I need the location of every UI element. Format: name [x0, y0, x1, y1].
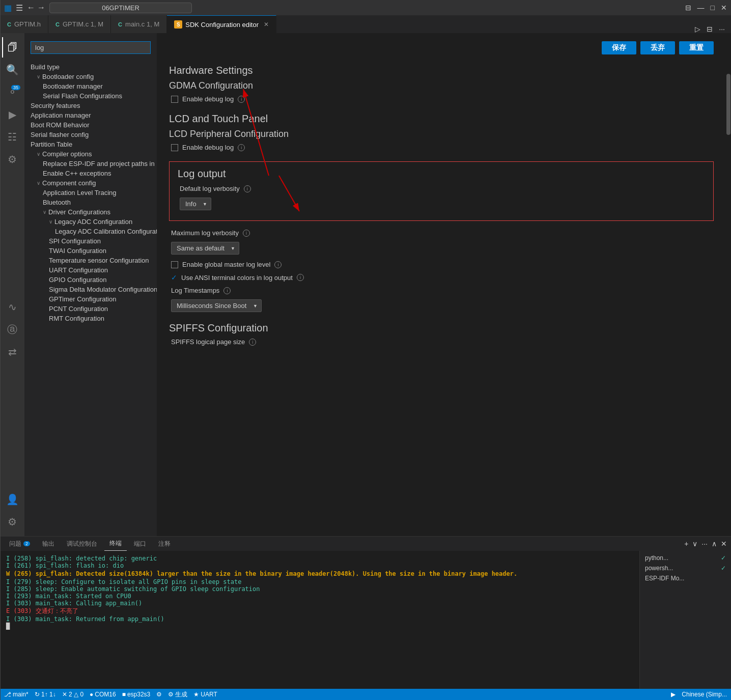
app-tracing-label: Application Level Tracing	[43, 189, 117, 197]
panel-tab-problems[interactable]: 问题 2	[4, 537, 35, 551]
sidebar-item-partition-table[interactable]: Partition Table	[24, 139, 157, 149]
sidebar-item-driver-configs[interactable]: ∨ Driver Configurations	[24, 207, 157, 217]
panel-add-button[interactable]: +	[684, 540, 688, 548]
gdma-debug-checkbox[interactable]	[171, 96, 178, 103]
verbosity-dropdown[interactable]: Info	[180, 198, 211, 210]
back-button[interactable]: ←	[27, 3, 35, 12]
sidebar-item-gpio[interactable]: GPIO Configuration	[24, 275, 157, 285]
sidebar-item-boot-rom[interactable]: Boot ROM Behavior	[24, 120, 157, 130]
sidebar-item-app-tracing[interactable]: Application Level Tracing	[24, 188, 157, 198]
activity-run[interactable]: ▶	[2, 104, 22, 125]
panel-tab-debug-console[interactable]: 调试控制台	[62, 537, 102, 551]
sidebar-item-rmt[interactable]: RMT Configuration	[24, 314, 157, 323]
max-verbosity-dropdown[interactable]: Same as default	[171, 242, 239, 255]
sidebar-item-security[interactable]: Security features	[24, 101, 157, 110]
panel-tab-terminal[interactable]: 终端	[104, 537, 127, 551]
sidebar-item-twai[interactable]: TWAI Configuration	[24, 246, 157, 256]
gdma-info-icon[interactable]: i	[238, 96, 245, 103]
ansi-info[interactable]: i	[297, 274, 304, 281]
sidebar-item-cpp-exceptions[interactable]: Enable C++ exceptions	[24, 169, 157, 178]
split-editor-icon[interactable]: ⊟	[707, 25, 713, 33]
sidebar-item-uart[interactable]: UART Configuration	[24, 265, 157, 275]
panel-tab-ports[interactable]: 端口	[129, 537, 151, 551]
forward-button[interactable]: →	[37, 3, 45, 12]
sidebar-item-serial-flasher[interactable]: Serial flasher config	[24, 130, 157, 139]
sidebar-item-bootloader-manager[interactable]: Bootloader manager	[24, 81, 157, 91]
close-button[interactable]: ✕	[721, 4, 727, 12]
reset-button[interactable]: 重置	[679, 41, 714, 54]
menu-icon[interactable]: ☰	[16, 3, 23, 13]
sidebar-item-bootloader-config[interactable]: ∨ Bootloader config	[24, 72, 157, 81]
run-icon[interactable]: ▷	[695, 25, 700, 33]
sidebar-item-replace-paths[interactable]: Replace ESP-IDF and project paths in bin…	[24, 159, 157, 169]
global-master-info[interactable]: i	[274, 261, 282, 268]
sidebar-item-component-config[interactable]: ∨ Component config	[24, 178, 157, 188]
status-sync[interactable]: ↻ 1↑ 1↓	[35, 691, 56, 698]
panel-tab-comments[interactable]: 注释	[153, 537, 176, 551]
panel-chevron-button[interactable]: ∨	[692, 540, 697, 548]
discard-button[interactable]: 丢弃	[640, 41, 675, 54]
spiffs-info[interactable]: i	[249, 339, 256, 346]
search-bar[interactable]	[49, 3, 192, 13]
panel-more-button[interactable]: ···	[701, 540, 708, 548]
scrollbar-thumb[interactable]	[726, 74, 730, 135]
status-errors[interactable]: ✕ 2 △ 0	[62, 691, 83, 698]
status-port[interactable]: ● COM16	[90, 691, 116, 698]
terminal-item-espidf[interactable]: ESP-IDF Mo...	[642, 573, 729, 583]
tab-sdk-editor[interactable]: S SDK Configuration editor ✕	[167, 15, 276, 33]
panel-up-button[interactable]: ∧	[712, 540, 717, 548]
activity-source-control[interactable]: ⚬ 35	[2, 82, 22, 102]
terminal-item-powershell[interactable]: powersh... ✓	[642, 563, 729, 573]
sidebar-item-temp-sensor[interactable]: Temperature sensor Configuration	[24, 256, 157, 265]
scrollbar-track[interactable]	[726, 33, 731, 536]
activity-wifi[interactable]: ∿	[2, 297, 22, 317]
activity-explorer[interactable]: 🗍	[2, 37, 22, 58]
more-actions-icon[interactable]: ···	[719, 25, 725, 33]
timestamps-dropdown[interactable]: Milliseconds Since Boot	[171, 299, 262, 312]
maximize-button[interactable]: □	[711, 4, 715, 12]
sidebar-item-compiler-options[interactable]: ∨ Compiler options	[24, 149, 157, 159]
activity-github[interactable]: ⓐ	[2, 319, 22, 340]
activity-idf[interactable]: ⚙	[2, 149, 22, 170]
lcd-info-icon[interactable]: i	[238, 144, 245, 151]
timestamps-info[interactable]: i	[223, 287, 231, 294]
lcd-debug-checkbox[interactable]	[171, 144, 178, 151]
activity-extensions[interactable]: ☷	[2, 127, 22, 147]
layout-button[interactable]: ⊟	[685, 4, 691, 12]
activity-git[interactable]: ⇄	[2, 342, 22, 362]
config-search-input[interactable]	[31, 41, 151, 54]
sidebar-item-adc-calibration[interactable]: Legacy ADC Calibration Configuration	[24, 227, 157, 236]
sidebar-item-serial-flash[interactable]: Serial Flash Configurations	[24, 91, 157, 101]
activity-account[interactable]: 👤	[2, 489, 22, 510]
tab-main-c[interactable]: C main.c 1, M	[111, 15, 167, 33]
status-device[interactable]: ■ esp32s3	[122, 691, 151, 698]
sidebar-item-pcnt[interactable]: PCNT Configuration	[24, 304, 157, 314]
terminal-output[interactable]: I (258) spi_flash: detected chip: generi…	[0, 551, 639, 689]
tab-close-icon[interactable]: ✕	[264, 21, 269, 28]
sidebar-item-spi[interactable]: SPI Configuration	[24, 236, 157, 246]
max-verbosity-info[interactable]: i	[243, 230, 250, 237]
panel-tab-output[interactable]: 输出	[37, 537, 60, 551]
tab-gptim-h[interactable]: C GPTIM.h	[0, 15, 48, 33]
global-master-checkbox[interactable]	[171, 261, 178, 268]
sidebar-item-legacy-adc[interactable]: ∨ Legacy ADC Configuration	[24, 217, 157, 227]
sidebar-item-sigma-delta[interactable]: Sigma Delta Modulator Configuration	[24, 285, 157, 294]
activity-settings[interactable]: ⚙	[2, 512, 22, 532]
status-settings-gear[interactable]: ⚙	[156, 691, 162, 698]
save-button[interactable]: 保存	[602, 41, 636, 54]
status-build[interactable]: ⚙ 生成	[168, 690, 187, 699]
sidebar-item-app-manager[interactable]: Application manager	[24, 110, 157, 120]
sidebar-item-gptimer[interactable]: GPTimer Configuration	[24, 294, 157, 304]
status-uart[interactable]: ★ UART	[193, 691, 217, 698]
panel-close-button[interactable]: ✕	[721, 540, 727, 548]
tab-gptim-c[interactable]: C GPTIM.c 1, M	[48, 15, 111, 33]
status-run-btn[interactable]: ▶	[671, 691, 676, 698]
activity-search[interactable]: 🔍	[2, 60, 22, 80]
verbosity-info-icon[interactable]: i	[244, 185, 251, 192]
terminal-item-python[interactable]: python... ✓	[642, 553, 729, 563]
minimize-button[interactable]: —	[697, 4, 705, 12]
sidebar-item-bluetooth[interactable]: Bluetooth	[24, 198, 157, 207]
lcd-settings-section: LCD and Touch Panel LCD Peripheral Confi…	[169, 113, 714, 151]
status-language[interactable]: Chinese (Simp...	[682, 691, 727, 698]
status-branch[interactable]: ⎇ main*	[4, 691, 29, 698]
